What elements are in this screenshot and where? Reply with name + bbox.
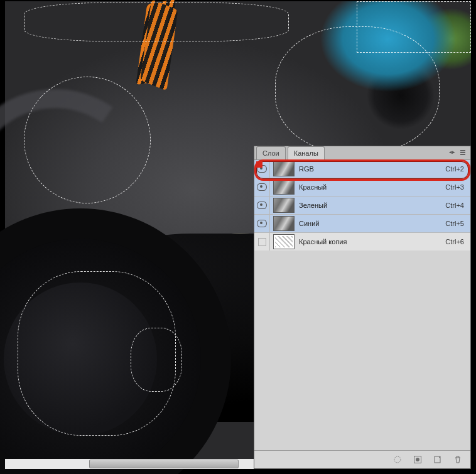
channel-row-green[interactable]: Зеленый Ctrl+4 (254, 197, 470, 215)
channel-name: Синий (298, 220, 445, 227)
scrollbar-thumb[interactable] (89, 460, 239, 468)
channel-thumbnail (273, 180, 295, 195)
collapse-arrows-icon[interactable]: ◂▸ (449, 149, 455, 155)
channel-shortcut: Ctrl+2 (445, 165, 470, 173)
channel-name: Красный копия (298, 238, 445, 245)
channel-row-rgb[interactable]: RGB Ctrl+2 (254, 160, 470, 178)
trash-icon (453, 455, 462, 464)
channel-row-red[interactable]: Красный Ctrl+3 (254, 178, 470, 197)
channel-row-blue[interactable]: Синий Ctrl+5 (254, 215, 470, 233)
app-frame: Слои Каналы ◂▸ RGB Ctrl+2 Красный Ctrl+3 (4, 0, 472, 470)
channel-list: RGB Ctrl+2 Красный Ctrl+3 Зеленый Ctrl+4… (254, 160, 470, 251)
panel-menu-button[interactable] (458, 148, 468, 158)
marching-ants-selection (357, 1, 471, 53)
tab-channels[interactable]: Каналы (288, 146, 325, 159)
svg-point-2 (416, 458, 419, 461)
canvas-horizontal-scrollbar[interactable] (5, 459, 254, 469)
delete-channel-button[interactable] (453, 455, 463, 465)
channel-thumbnail (273, 216, 295, 231)
channel-name: Зеленый (298, 202, 445, 209)
channel-thumbnail (273, 161, 295, 176)
panel-footer (254, 450, 470, 468)
visibility-toggle[interactable] (254, 178, 270, 196)
save-selection-as-channel-button[interactable] (413, 455, 423, 465)
svg-point-0 (394, 456, 401, 463)
new-channel-button[interactable] (433, 455, 443, 465)
eye-icon (257, 165, 267, 173)
load-channel-as-selection-button[interactable] (392, 455, 403, 465)
marching-ants-selection (131, 328, 182, 392)
channel-name: RGB (298, 165, 445, 173)
menu-icon (460, 149, 466, 156)
eye-icon (257, 202, 267, 209)
visibility-off-icon (258, 238, 266, 246)
visibility-toggle[interactable] (254, 233, 270, 250)
channel-shortcut: Ctrl+3 (445, 183, 470, 191)
tab-layers[interactable]: Слои (256, 146, 286, 159)
visibility-toggle[interactable] (254, 160, 270, 178)
marching-ants-selection (24, 3, 289, 41)
mask-icon (413, 455, 422, 464)
channel-shortcut: Ctrl+4 (445, 202, 470, 209)
channels-panel: Слои Каналы ◂▸ RGB Ctrl+2 Красный Ctrl+3 (254, 146, 471, 469)
channel-thumbnail (273, 234, 295, 249)
visibility-toggle[interactable] (254, 197, 270, 214)
eye-icon (257, 220, 267, 227)
channel-row-red-copy[interactable]: Красный копия Ctrl+6 (254, 233, 470, 251)
channel-shortcut: Ctrl+5 (445, 220, 470, 227)
panel-empty-area (254, 250, 470, 451)
channel-name: Красный (298, 183, 445, 191)
channel-shortcut: Ctrl+6 (445, 238, 470, 245)
visibility-toggle[interactable] (254, 215, 270, 232)
panel-tabbar: Слои Каналы ◂▸ (254, 146, 470, 160)
eye-icon (257, 183, 267, 191)
selection-circle-icon (393, 455, 402, 464)
channel-thumbnail (273, 198, 295, 213)
new-page-icon (433, 455, 442, 464)
